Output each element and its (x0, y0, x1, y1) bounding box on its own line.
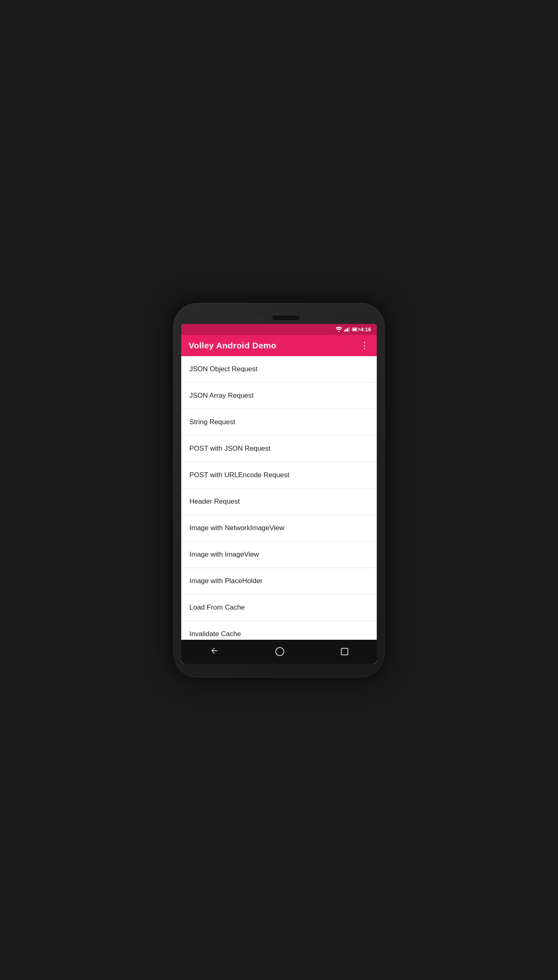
wifi-icon (336, 327, 342, 332)
app-title: Volley Android Demo (189, 341, 277, 350)
phone-screen: 4:16 Volley Android Demo ⋮ JSON Object R… (181, 324, 377, 664)
phone-speaker (272, 315, 300, 321)
navigation-bar (181, 640, 377, 664)
nav-back-button[interactable] (202, 645, 227, 659)
app-bar: Volley Android Demo ⋮ (181, 335, 377, 356)
signal-icon (344, 327, 350, 332)
svg-rect-1 (344, 330, 345, 331)
svg-rect-4 (348, 327, 349, 332)
back-icon (210, 646, 219, 655)
overflow-menu-button[interactable]: ⋮ (360, 341, 369, 350)
svg-point-0 (338, 331, 339, 332)
list-item-label: Image with ImageView (189, 551, 259, 558)
svg-rect-3 (347, 328, 348, 331)
status-bar: 4:16 (181, 324, 377, 335)
list-item-label: Image with NetworkImageView (189, 524, 284, 532)
phone-camera (258, 315, 264, 321)
list-item[interactable]: POST with URLEncode Request (181, 462, 377, 489)
svg-rect-2 (345, 329, 347, 331)
list-item-label: Invalidate Cache (189, 630, 241, 638)
status-icons: 4:16 (336, 326, 371, 333)
list-item[interactable]: Image with NetworkImageView (181, 515, 377, 542)
list-item-label: Header Request (189, 498, 240, 505)
phone-device: 4:16 Volley Android Demo ⋮ JSON Object R… (173, 303, 385, 678)
nav-recent-button[interactable] (333, 646, 356, 657)
list-item[interactable]: JSON Object Request (181, 356, 377, 383)
list-item[interactable]: POST with JSON Request (181, 436, 377, 462)
list-item-label: String Request (189, 418, 235, 426)
status-time: 4:16 (360, 326, 371, 333)
list-item[interactable]: JSON Array Request (181, 383, 377, 409)
list-item-label: Image with PlaceHolder (189, 577, 263, 585)
home-circle-icon (275, 647, 284, 656)
battery-icon (352, 328, 358, 331)
nav-home-button[interactable] (267, 645, 292, 658)
list-item-label: Load From Cache (189, 603, 245, 611)
list-item[interactable]: Load From Cache (181, 595, 377, 621)
list-item[interactable]: Image with PlaceHolder (181, 568, 377, 595)
list-item[interactable]: Image with ImageView (181, 542, 377, 568)
list-item[interactable]: String Request (181, 409, 377, 436)
main-list: JSON Object Request JSON Array Request S… (181, 356, 377, 640)
list-item[interactable]: Invalidate Cache (181, 621, 377, 640)
list-item-label: JSON Array Request (189, 392, 254, 399)
list-item[interactable]: Header Request (181, 489, 377, 515)
list-item-label: JSON Object Request (189, 365, 257, 373)
recent-square-icon (341, 648, 348, 655)
list-item-label: POST with JSON Request (189, 445, 270, 452)
phone-top-hardware (181, 311, 377, 324)
phone-bottom-hardware (181, 664, 377, 669)
list-item-label: POST with URLEncode Request (189, 471, 289, 479)
